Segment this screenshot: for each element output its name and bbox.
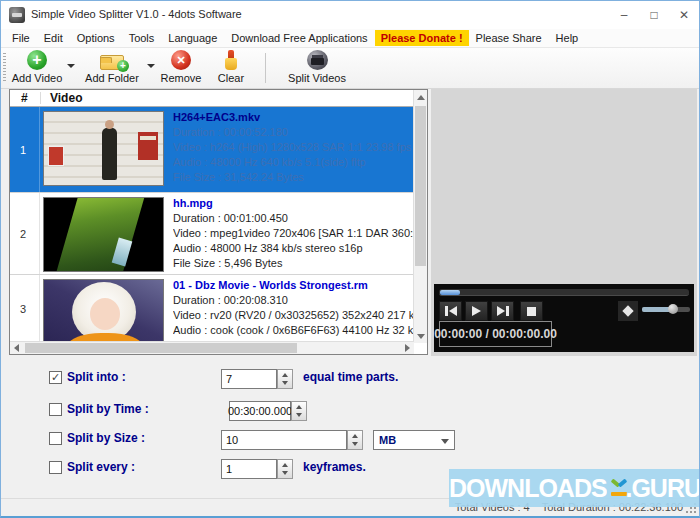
video-meta: hh.mpg Duration : 00:01:00.450 Video : m… [173,195,413,271]
video-filesize: File Size : 5,496 Bytes [173,256,413,271]
add-video-button[interactable]: Add Video [9,50,65,88]
menu-please-donate[interactable]: Please Donate ! [375,30,469,46]
remove-icon [171,50,191,70]
video-meta: 01 - Dbz Movie - Worlds Strongest.rm Dur… [173,277,413,343]
vertical-scrollbar[interactable] [413,90,427,343]
select-chevron-icon [441,439,449,444]
split-every-spinner[interactable] [277,459,293,479]
seek-bar[interactable] [439,289,689,296]
menu-download-free-applications[interactable]: Download Free Applications [224,30,374,46]
downloads-guru-watermark: DOWNLOADS .GURU [449,469,700,507]
split-videos-button[interactable]: Split Videos [277,50,357,88]
menu-options[interactable]: Options [70,30,122,46]
video-filesize: File Size : 31,542.24 Bytes [173,170,413,185]
menu-tools[interactable]: Tools [122,30,162,46]
horizontal-scrollbar-thumb[interactable] [25,343,297,353]
split-every-suffix: keyframes. [303,460,366,474]
split-by-size-label: Split by Size : [67,431,145,445]
split-by-time-input[interactable]: 00:30:00.000 [229,401,291,421]
split-by-size-spinner[interactable] [347,430,363,450]
mute-icon[interactable] [618,301,638,321]
split-by-time-row: Split by Time : 00:30:00.000 [1,401,699,421]
scroll-down-icon[interactable] [414,329,427,343]
download-arrow-icon [609,478,624,498]
split-by-time-label: Split by Time : [67,402,149,416]
close-button[interactable]: ✕ [669,1,699,29]
video-audio: Audio : 48000 Hz 384 kb/s stereo s16p [173,241,413,256]
column-separator [40,92,41,104]
video-row[interactable]: 3 01 - Dbz Movie - Worlds Strongest.rm D… [10,274,414,343]
volume-slider[interactable] [642,307,690,312]
menu-please-share[interactable]: Please Share [469,30,549,46]
time-display: 00:00:00 / 00:00:00.00 [439,321,552,347]
play-button[interactable] [465,301,488,321]
add-folder-icon [100,55,124,70]
split-by-size-checkbox[interactable] [49,432,62,445]
scroll-left-icon[interactable] [10,342,24,354]
resize-grip[interactable] [694,511,696,513]
split-into-spinner[interactable] [277,369,293,389]
row-index: 2 [10,193,40,274]
menu-file[interactable]: File [5,30,37,46]
add-video-icon [27,50,47,70]
size-unit-select[interactable]: MB [373,430,455,450]
split-every-input[interactable]: 1 [221,459,277,479]
title-bar[interactable]: Simple Video Splitter V1.0 - 4dots Softw… [1,1,699,29]
menu-help[interactable]: Help [549,30,586,46]
add-folder-dropdown-icon[interactable] [147,64,155,68]
split-into-row: ✓ Split into : 7 equal time parts. [1,369,699,389]
previous-frame-button[interactable] [439,301,462,321]
video-meta: H264+EAC3.mkv Duration : 00:00:52.180 Vi… [173,109,413,185]
split-into-suffix: equal time parts. [303,370,398,384]
menu-edit[interactable]: Edit [37,30,70,46]
next-frame-button[interactable] [491,301,514,321]
scroll-up-icon[interactable] [414,90,427,104]
video-preview-panel: 00:00:00 / 00:00:00.00 [431,89,697,356]
column-header-video[interactable]: Video [50,91,82,105]
split-into-input[interactable]: 7 [221,369,277,389]
scroll-right-icon[interactable] [400,342,414,354]
toolbar-separator [265,53,266,83]
clear-button[interactable]: Clear [209,50,253,88]
list-header[interactable]: # Video [10,90,413,107]
split-by-size-row: Split by Size : 10 MB [1,430,699,450]
app-icon [9,7,25,23]
video-title: H264+EAC3.mkv [173,109,413,125]
video-thumbnail [43,111,164,186]
horizontal-scrollbar[interactable] [10,341,414,354]
video-row-selected[interactable]: 1 H264+EAC3.mkv Duration : 00:00:52.180 … [10,107,414,192]
split-every-checkbox[interactable] [49,461,62,474]
menu-language[interactable]: Language [161,30,224,46]
video-title: hh.mpg [173,195,413,211]
column-header-index[interactable]: # [21,91,28,105]
video-codec: Video : mpeg1video 720x406 [SAR 1:1 DAR … [173,226,413,241]
split-every-label: Split every : [67,460,135,474]
split-into-checkbox[interactable]: ✓ [49,371,62,384]
maximize-button[interactable]: □ [639,1,669,29]
seek-bar-thumb[interactable] [440,290,460,295]
vertical-scrollbar-thumb[interactable] [415,106,426,266]
watermark-text-left: DOWNLOADS [449,473,607,503]
split-by-time-checkbox[interactable] [49,403,62,416]
minimize-button[interactable]: – [609,1,639,29]
remove-button[interactable]: Remove [155,50,207,88]
volume-fill [642,307,671,312]
toolbar: Add Video Add Folder Remove Clear Split … [1,47,699,89]
stop-button[interactable] [520,301,543,321]
window-title: Simple Video Splitter V1.0 - 4dots Softw… [31,8,242,20]
player-controls: 00:00:00 / 00:00:00.00 [434,284,694,352]
add-folder-button[interactable]: Add Folder [79,50,145,88]
size-unit-value: MB [379,434,396,446]
volume-slider-thumb[interactable] [668,304,678,314]
video-row[interactable]: 2 hh.mpg Duration : 00:01:00.450 Video :… [10,192,414,274]
video-audio: Audio : 48000 Hz 640 kb/s 5.1(side) fltp [173,155,413,170]
watermark-text-right: .GURU [625,473,700,503]
split-videos-icon [307,50,328,70]
split-by-size-input[interactable]: 10 [221,430,347,450]
toolbar-gripper[interactable] [3,53,6,83]
video-duration: Duration : 00:00:52.180 [173,125,413,140]
video-title: 01 - Dbz Movie - Worlds Strongest.rm [173,277,413,293]
split-by-time-spinner[interactable] [291,401,307,421]
add-video-dropdown-icon[interactable] [67,64,75,68]
clear-icon [224,50,238,70]
